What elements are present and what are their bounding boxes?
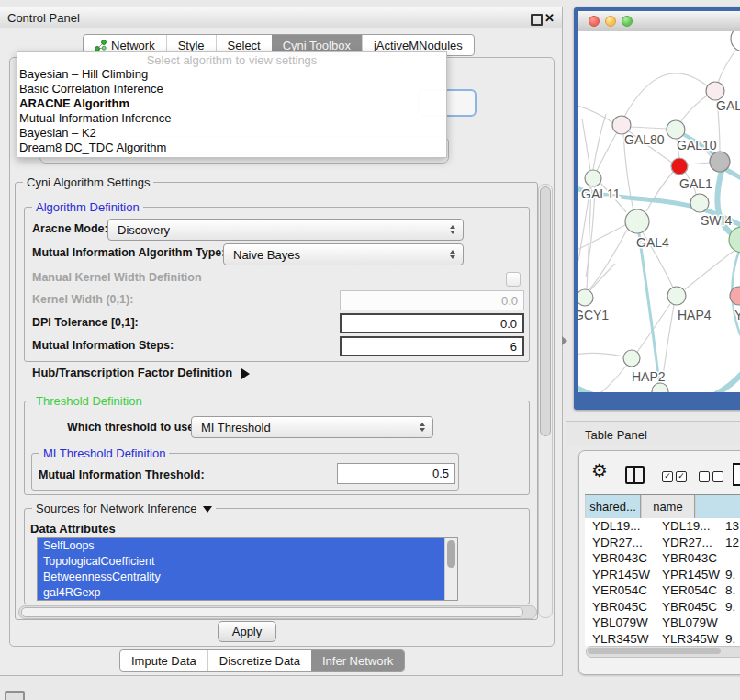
threshold-definition-title: Threshold Definition — [32, 394, 146, 408]
data-attribute-item[interactable]: BetweennessCentrality — [38, 570, 445, 585]
table-cell: 13 — [722, 519, 740, 533]
hub-section-label: Hub/Transcription Factor Definition — [32, 366, 232, 379]
sources-group-title[interactable]: Sources for Network Inference — [32, 502, 216, 515]
table-cell: YDL19... — [655, 519, 722, 533]
screen: Control Panel ✕ NetworkStyleSelectCyni T… — [0, 0, 740, 700]
algorithm-option-bayesian-k2[interactable]: Bayesian – K2 — [17, 126, 446, 141]
data-attribute-item[interactable]: gal4RGexp — [38, 585, 445, 601]
dpi-tolerance-value: 0.0 — [500, 317, 517, 331]
column-header-shared[interactable]: shared... — [585, 495, 641, 518]
select-all-columns-icon[interactable]: ✓✓ — [662, 471, 687, 482]
float-panel-icon[interactable] — [531, 14, 543, 26]
table-panel-window: ⚙ ✓✓ shared...name YDL19...YDL19...13YDR… — [578, 450, 740, 675]
column-header-name[interactable]: name — [641, 495, 695, 518]
data-attribute-item[interactable]: SelfLoops — [38, 538, 445, 554]
close-window-icon[interactable] — [589, 16, 600, 27]
node-gal10[interactable] — [667, 120, 685, 139]
table-settings-gear-icon[interactable]: ⚙ — [591, 459, 608, 481]
settings-hscroll-thumb[interactable] — [21, 607, 523, 617]
list-scrollbar-thumb[interactable] — [447, 540, 455, 568]
manual-kernel-width-checkbox[interactable] — [506, 272, 521, 287]
minimize-window-icon[interactable] — [605, 16, 616, 27]
hub-section-toggle[interactable]: Hub/Transcription Factor Definition — [32, 366, 250, 379]
which-threshold-label: Which threshold to use: — [67, 421, 197, 434]
network-node[interactable] — [652, 383, 668, 392]
node-table: shared...name — [585, 494, 740, 519]
algorithm-option-mutual-information-inference[interactable]: Mutual Information Inference — [17, 111, 446, 126]
close-panel-icon[interactable]: ✕ — [544, 11, 555, 25]
network-node[interactable] — [731, 31, 740, 51]
tab-infer-network[interactable]: Infer Network — [311, 650, 404, 671]
aracne-mode-value: Discovery — [118, 223, 170, 237]
algorithm-option-bayesian-hill-climbing[interactable]: Bayesian – Hill Climbing — [17, 67, 446, 82]
node-gal[interactable] — [706, 82, 724, 100]
apply-button[interactable]: Apply — [218, 621, 276, 642]
algorithm-option-basic-correlation-inference[interactable]: Basic Correlation Inference — [17, 82, 446, 96]
table-row[interactable]: YDR27...YDR27...12 — [585, 535, 740, 551]
table-cell: YBR043C — [655, 551, 722, 565]
tab-discretize-data[interactable]: Discretize Data — [207, 650, 311, 671]
tab-label: Network — [111, 39, 155, 52]
data-attributes-list[interactable]: SelfLoopsTopologicalCoefficientBetweenne… — [37, 537, 458, 601]
list-scrollbar[interactable] — [444, 538, 457, 600]
kernel-width-value: 0.0 — [501, 294, 518, 308]
table-cell: YER054C — [585, 583, 655, 597]
settings-vertical-scrollbar[interactable] — [538, 184, 553, 618]
panel-grip-icon[interactable] — [5, 691, 25, 700]
mi-algorithm-type-label: Mutual Information Algorithm Type: — [32, 246, 225, 259]
network-node[interactable] — [710, 152, 730, 172]
dpi-tolerance-field[interactable]: 0.0 — [340, 313, 524, 333]
node-hap2[interactable] — [623, 350, 640, 367]
stepper-icon — [450, 225, 455, 234]
table-row[interactable]: YDL19...YDL19...13 — [585, 518, 740, 535]
algorithm-definition-title: Algorithm Definition — [32, 200, 143, 214]
table-panel-title: Table Panel — [585, 428, 647, 442]
column-header-3[interactable] — [695, 495, 740, 518]
table-row[interactable]: YBR043CYBR043C — [585, 550, 740, 567]
new-table-icon[interactable] — [733, 463, 740, 486]
node-gal1[interactable] — [671, 158, 688, 175]
zoom-window-icon[interactable] — [622, 16, 633, 27]
algorithm-option-dream8-dc-tdc-algorithm[interactable]: Dream8 DC_TDC Algorithm — [17, 141, 446, 155]
split-columns-icon[interactable] — [625, 466, 645, 484]
panel-divider-handle[interactable] — [562, 336, 567, 345]
manual-kernel-width-label: Manual Kernel Width Definition — [32, 271, 202, 284]
table-cell: YPR145W — [655, 568, 722, 581]
node-hap4[interactable] — [667, 287, 686, 305]
table-hscroll-thumb[interactable] — [588, 648, 721, 654]
table-cell: YBR045C — [585, 600, 655, 614]
table-row[interactable]: YBL079WYBL079W — [585, 615, 740, 631]
table-row[interactable]: YPR145WYPR145W9. — [585, 567, 740, 583]
control-panel-titlebar — [0, 7, 562, 28]
algorithm-option-aracne-algorithm[interactable]: ARACNE Algorithm — [17, 96, 446, 111]
aracne-mode-label: Aracne Mode: — [32, 222, 108, 235]
settings-vscroll-thumb[interactable] — [540, 186, 551, 436]
network-canvas[interactable]: GALGAL80GAL10GAL1GAL11SWI4GAL4GCY1HAP4YH… — [578, 31, 740, 392]
data-attribute-item[interactable]: TopologicalCoefficient — [38, 554, 445, 570]
mi-steps-field[interactable]: 6 — [340, 336, 524, 356]
table-cell: 9. — [722, 632, 740, 646]
tab-label: jActiveMNodules — [374, 39, 463, 52]
table-row[interactable]: YER054CYER054C8. — [585, 582, 740, 599]
aracne-mode-select[interactable]: Discovery — [107, 219, 464, 241]
mi-threshold-field[interactable]: 0.5 — [337, 463, 455, 484]
deselect-all-columns-icon[interactable] — [699, 471, 723, 482]
node-label-gal11: GAL11 — [581, 186, 621, 201]
tab-impute-data[interactable]: Impute Data — [120, 650, 207, 671]
which-threshold-select[interactable]: MI Threshold — [191, 416, 433, 438]
node-gcy1[interactable] — [578, 289, 593, 306]
cyni-bottom-tabs: Impute DataDiscretize DataInfer Network — [119, 649, 405, 672]
node-swi4[interactable] — [690, 194, 709, 212]
table-row[interactable]: YLR345WYLR345W9. — [585, 631, 740, 647]
table-row[interactable]: YBR045CYBR045C9. — [585, 599, 740, 615]
which-thresh-value: MI Threshold — [201, 421, 271, 435]
mi-algorithm-type-select[interactable]: Naive Bayes — [223, 243, 464, 265]
expand-right-icon — [241, 368, 250, 379]
table-cell: YPR145W — [585, 568, 655, 581]
table-horizontal-scrollbar[interactable] — [586, 646, 740, 658]
node-gal11[interactable] — [585, 170, 601, 186]
node-gal4[interactable] — [625, 209, 649, 233]
node-gal80[interactable] — [612, 116, 631, 134]
kernel-width-field[interactable]: 0.0 — [340, 290, 524, 310]
settings-horizontal-scrollbar[interactable] — [18, 605, 537, 619]
